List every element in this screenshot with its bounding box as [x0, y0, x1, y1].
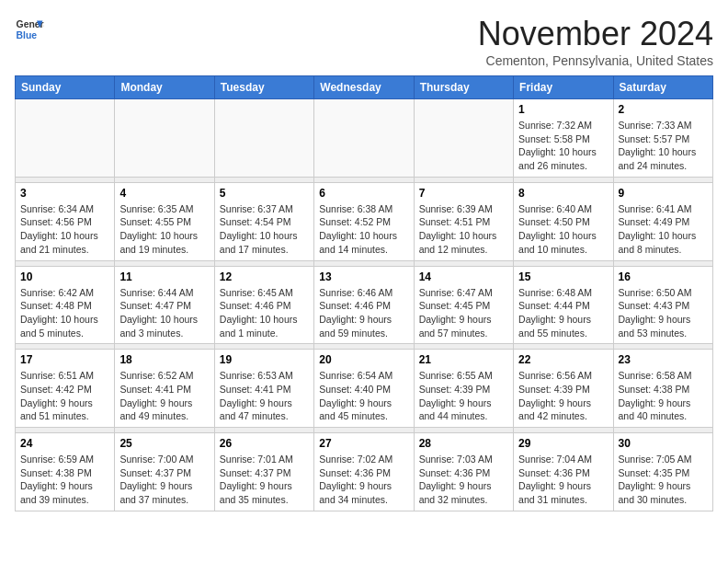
title-area: November 2024 Cementon, Pennsylvania, Un…: [478, 15, 713, 68]
day-info: Sunrise: 7:32 AM Sunset: 5:58 PM Dayligh…: [518, 119, 608, 173]
day-number: 10: [20, 270, 109, 283]
day-number: 15: [518, 270, 608, 283]
calendar-cell: 27Sunrise: 7:02 AM Sunset: 4:36 PM Dayli…: [314, 433, 414, 511]
day-info: Sunrise: 6:41 AM Sunset: 4:49 PM Dayligh…: [619, 202, 708, 257]
day-number: 26: [220, 437, 309, 450]
day-number: 16: [619, 270, 708, 283]
day-number: 14: [419, 270, 508, 283]
calendar-cell: 19Sunrise: 6:53 AM Sunset: 4:41 PM Dayli…: [214, 350, 313, 428]
calendar-cell: 14Sunrise: 6:47 AM Sunset: 4:45 PM Dayli…: [414, 266, 513, 344]
day-number: 5: [220, 187, 309, 200]
day-info: Sunrise: 6:58 AM Sunset: 4:38 PM Dayligh…: [619, 369, 708, 423]
day-number: 13: [319, 270, 408, 283]
calendar-cell: 5Sunrise: 6:37 AM Sunset: 4:54 PM Daylig…: [214, 182, 313, 260]
day-number: 21: [419, 353, 508, 366]
day-info: Sunrise: 6:37 AM Sunset: 4:54 PM Dayligh…: [220, 202, 309, 257]
calendar-cell: 15Sunrise: 6:48 AM Sunset: 4:44 PM Dayli…: [514, 266, 613, 344]
calendar-cell: 12Sunrise: 6:45 AM Sunset: 4:46 PM Dayli…: [214, 266, 313, 344]
calendar-cell: 22Sunrise: 6:56 AM Sunset: 4:39 PM Dayli…: [514, 350, 613, 428]
calendar-cell: 1Sunrise: 7:32 AM Sunset: 5:58 PM Daylig…: [514, 99, 613, 178]
day-number: 22: [518, 353, 608, 366]
day-number: 1: [518, 103, 608, 116]
day-number: 19: [220, 353, 309, 366]
calendar-cell: 10Sunrise: 6:42 AM Sunset: 4:48 PM Dayli…: [16, 266, 115, 344]
calendar-cell: 11Sunrise: 6:44 AM Sunset: 4:47 PM Dayli…: [115, 266, 214, 344]
day-number: 30: [619, 437, 708, 450]
calendar-cell: 28Sunrise: 7:03 AM Sunset: 4:36 PM Dayli…: [414, 433, 513, 511]
calendar-cell: 2Sunrise: 7:33 AM Sunset: 5:57 PM Daylig…: [613, 99, 712, 178]
day-number: 23: [619, 353, 708, 366]
calendar-cell: [16, 99, 115, 178]
logo-icon: General Blue: [15, 15, 44, 44]
header: General Blue November 2024 Cementon, Pen…: [15, 15, 713, 68]
calendar-cell: 21Sunrise: 6:55 AM Sunset: 4:39 PM Dayli…: [414, 350, 513, 428]
day-number: 8: [518, 187, 608, 200]
day-number: 7: [419, 187, 508, 200]
week-row-2: 3Sunrise: 6:34 AM Sunset: 4:56 PM Daylig…: [16, 182, 713, 260]
day-info: Sunrise: 6:53 AM Sunset: 4:41 PM Dayligh…: [220, 369, 309, 423]
day-number: 3: [20, 187, 109, 200]
day-number: 27: [319, 437, 408, 450]
week-row-4: 17Sunrise: 6:51 AM Sunset: 4:42 PM Dayli…: [16, 350, 713, 428]
calendar-cell: 25Sunrise: 7:00 AM Sunset: 4:37 PM Dayli…: [115, 433, 214, 511]
day-info: Sunrise: 7:03 AM Sunset: 4:36 PM Dayligh…: [419, 453, 508, 507]
calendar-cell: 18Sunrise: 6:52 AM Sunset: 4:41 PM Dayli…: [115, 350, 214, 428]
day-info: Sunrise: 6:54 AM Sunset: 4:40 PM Dayligh…: [319, 369, 408, 423]
weekday-header-tuesday: Tuesday: [214, 76, 313, 99]
calendar-cell: 6Sunrise: 6:38 AM Sunset: 4:52 PM Daylig…: [314, 182, 414, 260]
weekday-header-monday: Monday: [115, 76, 214, 99]
calendar-cell: 16Sunrise: 6:50 AM Sunset: 4:43 PM Dayli…: [613, 266, 712, 344]
weekday-header-friday: Friday: [514, 76, 613, 99]
calendar-cell: 8Sunrise: 6:40 AM Sunset: 4:50 PM Daylig…: [514, 182, 613, 260]
day-info: Sunrise: 7:00 AM Sunset: 4:37 PM Dayligh…: [119, 453, 209, 507]
calendar-cell: 9Sunrise: 6:41 AM Sunset: 4:49 PM Daylig…: [613, 182, 712, 260]
day-info: Sunrise: 6:55 AM Sunset: 4:39 PM Dayligh…: [419, 369, 508, 423]
day-number: 2: [619, 103, 708, 116]
day-info: Sunrise: 6:45 AM Sunset: 4:46 PM Dayligh…: [220, 286, 309, 340]
day-number: 28: [419, 437, 508, 450]
week-row-3: 10Sunrise: 6:42 AM Sunset: 4:48 PM Dayli…: [16, 266, 713, 344]
weekday-header-saturday: Saturday: [613, 76, 712, 99]
calendar-cell: 13Sunrise: 6:46 AM Sunset: 4:46 PM Dayli…: [314, 266, 414, 344]
calendar-cell: [115, 99, 214, 178]
day-info: Sunrise: 6:46 AM Sunset: 4:46 PM Dayligh…: [319, 286, 408, 340]
day-info: Sunrise: 7:02 AM Sunset: 4:36 PM Dayligh…: [319, 453, 408, 507]
calendar: SundayMondayTuesdayWednesdayThursdayFrid…: [15, 75, 713, 511]
calendar-cell: 29Sunrise: 7:04 AM Sunset: 4:36 PM Dayli…: [514, 433, 613, 511]
weekday-header-row: SundayMondayTuesdayWednesdayThursdayFrid…: [16, 76, 713, 99]
day-info: Sunrise: 6:42 AM Sunset: 4:48 PM Dayligh…: [20, 286, 109, 340]
calendar-cell: 23Sunrise: 6:58 AM Sunset: 4:38 PM Dayli…: [613, 350, 712, 428]
day-number: 25: [119, 437, 209, 450]
weekday-header-thursday: Thursday: [414, 76, 513, 99]
day-info: Sunrise: 7:33 AM Sunset: 5:57 PM Dayligh…: [619, 119, 708, 173]
weekday-header-sunday: Sunday: [16, 76, 115, 99]
day-number: 6: [319, 187, 408, 200]
calendar-cell: [214, 99, 313, 178]
day-number: 4: [119, 187, 209, 200]
calendar-cell: 17Sunrise: 6:51 AM Sunset: 4:42 PM Dayli…: [16, 350, 115, 428]
day-info: Sunrise: 6:52 AM Sunset: 4:41 PM Dayligh…: [119, 369, 209, 423]
day-info: Sunrise: 7:05 AM Sunset: 4:35 PM Dayligh…: [619, 453, 708, 507]
day-info: Sunrise: 6:48 AM Sunset: 4:44 PM Dayligh…: [518, 286, 608, 340]
calendar-cell: 30Sunrise: 7:05 AM Sunset: 4:35 PM Dayli…: [613, 433, 712, 511]
day-info: Sunrise: 7:01 AM Sunset: 4:37 PM Dayligh…: [220, 453, 309, 507]
calendar-cell: [314, 99, 414, 178]
day-number: 11: [119, 270, 209, 283]
day-number: 17: [20, 353, 109, 366]
calendar-cell: 26Sunrise: 7:01 AM Sunset: 4:37 PM Dayli…: [214, 433, 313, 511]
week-row-5: 24Sunrise: 6:59 AM Sunset: 4:38 PM Dayli…: [16, 433, 713, 511]
calendar-cell: [414, 99, 513, 178]
day-number: 24: [20, 437, 109, 450]
day-info: Sunrise: 6:59 AM Sunset: 4:38 PM Dayligh…: [20, 453, 109, 507]
day-number: 9: [619, 187, 708, 200]
day-info: Sunrise: 6:47 AM Sunset: 4:45 PM Dayligh…: [419, 286, 508, 340]
day-number: 20: [319, 353, 408, 366]
calendar-cell: 3Sunrise: 6:34 AM Sunset: 4:56 PM Daylig…: [16, 182, 115, 260]
calendar-cell: 24Sunrise: 6:59 AM Sunset: 4:38 PM Dayli…: [16, 433, 115, 511]
day-info: Sunrise: 6:51 AM Sunset: 4:42 PM Dayligh…: [20, 369, 109, 423]
month-title: November 2024: [478, 15, 713, 53]
day-info: Sunrise: 6:34 AM Sunset: 4:56 PM Dayligh…: [20, 202, 109, 257]
location-subtitle: Cementon, Pennsylvania, United States: [478, 53, 713, 68]
day-info: Sunrise: 6:40 AM Sunset: 4:50 PM Dayligh…: [518, 202, 608, 257]
day-number: 29: [518, 437, 608, 450]
